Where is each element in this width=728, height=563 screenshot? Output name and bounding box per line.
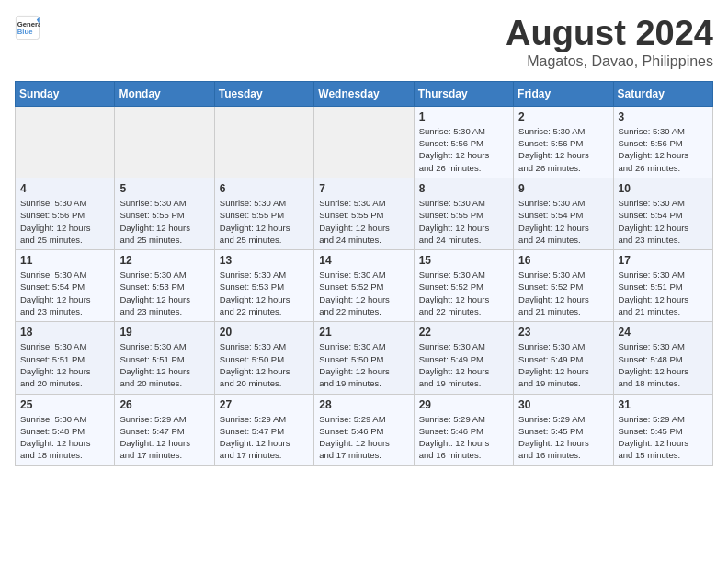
table-row: 21Sunrise: 5:30 AM Sunset: 5:50 PM Dayli… — [314, 322, 414, 394]
day-info: Sunrise: 5:30 AM Sunset: 5:56 PM Dayligh… — [419, 125, 508, 174]
table-row: 15Sunrise: 5:30 AM Sunset: 5:52 PM Dayli… — [414, 250, 513, 322]
table-row: 18Sunrise: 5:30 AM Sunset: 5:51 PM Dayli… — [16, 322, 115, 394]
day-info: Sunrise: 5:30 AM Sunset: 5:50 PM Dayligh… — [319, 340, 408, 389]
table-row: 16Sunrise: 5:30 AM Sunset: 5:52 PM Dayli… — [514, 250, 613, 322]
day-info: Sunrise: 5:30 AM Sunset: 5:55 PM Dayligh… — [319, 197, 408, 246]
header-monday: Monday — [115, 81, 214, 106]
day-info: Sunrise: 5:30 AM Sunset: 5:54 PM Dayligh… — [518, 197, 608, 246]
day-number: 22 — [419, 326, 508, 339]
header-thursday: Thursday — [414, 81, 513, 106]
day-number: 28 — [319, 398, 408, 411]
day-info: Sunrise: 5:30 AM Sunset: 5:56 PM Dayligh… — [619, 125, 708, 174]
weekday-header-row: Sunday Monday Tuesday Wednesday Thursday… — [16, 81, 713, 106]
table-row: 12Sunrise: 5:30 AM Sunset: 5:53 PM Dayli… — [115, 250, 214, 322]
calendar-title: August 2024 — [506, 15, 713, 53]
day-info: Sunrise: 5:30 AM Sunset: 5:55 PM Dayligh… — [220, 197, 309, 246]
table-row — [115, 106, 214, 178]
day-number: 9 — [518, 182, 608, 195]
calendar-table: Sunday Monday Tuesday Wednesday Thursday… — [15, 81, 713, 466]
week-row-3: 11Sunrise: 5:30 AM Sunset: 5:54 PM Dayli… — [16, 250, 713, 322]
day-info: Sunrise: 5:30 AM Sunset: 5:55 PM Dayligh… — [419, 197, 508, 246]
day-info: Sunrise: 5:30 AM Sunset: 5:56 PM Dayligh… — [20, 197, 109, 246]
table-row: 10Sunrise: 5:30 AM Sunset: 5:54 PM Dayli… — [613, 178, 712, 249]
day-info: Sunrise: 5:29 AM Sunset: 5:46 PM Dayligh… — [419, 413, 508, 462]
table-row: 19Sunrise: 5:30 AM Sunset: 5:51 PM Dayli… — [115, 322, 214, 394]
day-info: Sunrise: 5:30 AM Sunset: 5:53 PM Dayligh… — [220, 269, 309, 317]
day-info: Sunrise: 5:29 AM Sunset: 5:47 PM Dayligh… — [220, 413, 309, 462]
table-row: 4Sunrise: 5:30 AM Sunset: 5:56 PM Daylig… — [16, 178, 115, 249]
day-info: Sunrise: 5:29 AM Sunset: 5:46 PM Dayligh… — [319, 413, 408, 462]
week-row-2: 4Sunrise: 5:30 AM Sunset: 5:56 PM Daylig… — [16, 178, 713, 249]
day-info: Sunrise: 5:30 AM Sunset: 5:52 PM Dayligh… — [419, 269, 508, 317]
week-row-4: 18Sunrise: 5:30 AM Sunset: 5:51 PM Dayli… — [16, 322, 713, 394]
day-number: 14 — [319, 254, 408, 267]
day-info: Sunrise: 5:30 AM Sunset: 5:54 PM Dayligh… — [619, 197, 708, 246]
day-number: 30 — [518, 398, 608, 411]
table-row: 23Sunrise: 5:30 AM Sunset: 5:49 PM Dayli… — [514, 322, 613, 394]
day-info: Sunrise: 5:30 AM Sunset: 5:48 PM Dayligh… — [619, 340, 708, 389]
day-info: Sunrise: 5:30 AM Sunset: 5:51 PM Dayligh… — [119, 340, 209, 389]
day-number: 24 — [619, 326, 708, 339]
table-row: 24Sunrise: 5:30 AM Sunset: 5:48 PM Dayli… — [613, 322, 712, 394]
day-number: 26 — [119, 398, 209, 411]
table-row: 1Sunrise: 5:30 AM Sunset: 5:56 PM Daylig… — [414, 106, 513, 178]
day-number: 4 — [20, 182, 109, 195]
table-row: 25Sunrise: 5:30 AM Sunset: 5:48 PM Dayli… — [16, 394, 115, 465]
day-info: Sunrise: 5:30 AM Sunset: 5:52 PM Dayligh… — [319, 269, 408, 317]
day-number: 12 — [119, 254, 209, 267]
table-row: 11Sunrise: 5:30 AM Sunset: 5:54 PM Dayli… — [16, 250, 115, 322]
table-row: 6Sunrise: 5:30 AM Sunset: 5:55 PM Daylig… — [214, 178, 313, 249]
day-info: Sunrise: 5:30 AM Sunset: 5:49 PM Dayligh… — [518, 340, 608, 389]
day-number: 8 — [419, 182, 508, 195]
table-row: 3Sunrise: 5:30 AM Sunset: 5:56 PM Daylig… — [613, 106, 712, 178]
day-number: 20 — [220, 326, 309, 339]
header-tuesday: Tuesday — [214, 81, 313, 106]
day-number: 1 — [419, 110, 508, 123]
day-info: Sunrise: 5:30 AM Sunset: 5:53 PM Dayligh… — [119, 269, 209, 317]
table-row: 9Sunrise: 5:30 AM Sunset: 5:54 PM Daylig… — [514, 178, 613, 249]
day-info: Sunrise: 5:30 AM Sunset: 5:51 PM Dayligh… — [619, 269, 708, 317]
day-number: 6 — [220, 182, 309, 195]
table-row: 27Sunrise: 5:29 AM Sunset: 5:47 PM Dayli… — [214, 394, 313, 465]
day-number: 2 — [518, 110, 608, 123]
table-row — [16, 106, 115, 178]
day-info: Sunrise: 5:30 AM Sunset: 5:50 PM Dayligh… — [220, 340, 309, 389]
day-info: Sunrise: 5:29 AM Sunset: 5:45 PM Dayligh… — [518, 413, 608, 462]
logo-icon: General Blue — [15, 15, 40, 40]
week-row-5: 25Sunrise: 5:30 AM Sunset: 5:48 PM Dayli… — [16, 394, 713, 465]
day-info: Sunrise: 5:29 AM Sunset: 5:45 PM Dayligh… — [619, 413, 708, 462]
day-number: 25 — [20, 398, 109, 411]
table-row: 31Sunrise: 5:29 AM Sunset: 5:45 PM Dayli… — [613, 394, 712, 465]
day-info: Sunrise: 5:30 AM Sunset: 5:52 PM Dayligh… — [518, 269, 608, 317]
calendar-subtitle: Magatos, Davao, Philippines — [506, 53, 713, 70]
day-number: 29 — [419, 398, 508, 411]
day-number: 31 — [619, 398, 708, 411]
day-number: 5 — [119, 182, 209, 195]
day-number: 16 — [518, 254, 608, 267]
title-block: August 2024 Magatos, Davao, Philippines — [506, 15, 713, 70]
table-row: 30Sunrise: 5:29 AM Sunset: 5:45 PM Dayli… — [514, 394, 613, 465]
header-friday: Friday — [514, 81, 613, 106]
table-row: 26Sunrise: 5:29 AM Sunset: 5:47 PM Dayli… — [115, 394, 214, 465]
table-row: 5Sunrise: 5:30 AM Sunset: 5:55 PM Daylig… — [115, 178, 214, 249]
table-row — [314, 106, 414, 178]
table-row: 17Sunrise: 5:30 AM Sunset: 5:51 PM Dayli… — [613, 250, 712, 322]
table-row: 14Sunrise: 5:30 AM Sunset: 5:52 PM Dayli… — [314, 250, 414, 322]
day-info: Sunrise: 5:30 AM Sunset: 5:55 PM Dayligh… — [119, 197, 209, 246]
day-number: 10 — [619, 182, 708, 195]
logo: General Blue — [15, 15, 40, 40]
day-number: 19 — [119, 326, 209, 339]
table-row: 20Sunrise: 5:30 AM Sunset: 5:50 PM Dayli… — [214, 322, 313, 394]
table-row: 2Sunrise: 5:30 AM Sunset: 5:56 PM Daylig… — [514, 106, 613, 178]
table-row: 13Sunrise: 5:30 AM Sunset: 5:53 PM Dayli… — [214, 250, 313, 322]
table-row: 28Sunrise: 5:29 AM Sunset: 5:46 PM Dayli… — [314, 394, 414, 465]
week-row-1: 1Sunrise: 5:30 AM Sunset: 5:56 PM Daylig… — [16, 106, 713, 178]
header-saturday: Saturday — [613, 81, 712, 106]
day-number: 11 — [20, 254, 109, 267]
header-wednesday: Wednesday — [314, 81, 414, 106]
table-row: 29Sunrise: 5:29 AM Sunset: 5:46 PM Dayli… — [414, 394, 513, 465]
day-number: 17 — [619, 254, 708, 267]
day-info: Sunrise: 5:30 AM Sunset: 5:49 PM Dayligh… — [419, 340, 508, 389]
day-number: 7 — [319, 182, 408, 195]
day-number: 3 — [619, 110, 708, 123]
